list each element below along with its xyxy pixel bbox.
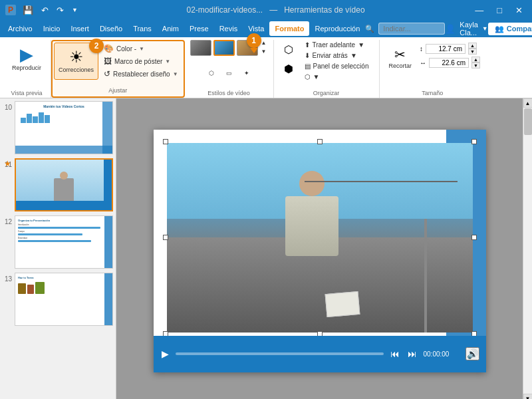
organizar-cols: ⬡ ⬢ ⬆ Traer adelante ▼ ⬇ Enviar atrás ▼ bbox=[279, 40, 374, 82]
right-scrollbar: ▲ ▼ bbox=[523, 98, 532, 399]
recortar-button[interactable]: ✂ Recortar bbox=[385, 40, 416, 77]
slide-thumbnail-13[interactable]: Haz tu Tarea bbox=[15, 273, 113, 326]
video-style-1[interactable] bbox=[190, 40, 211, 56]
chevron-up-icon: ▲ bbox=[261, 40, 267, 46]
menu-archivo[interactable]: Archivo bbox=[3, 21, 38, 36]
height-icon: ↕ bbox=[420, 45, 423, 53]
height-increment[interactable]: ▲ bbox=[468, 43, 477, 49]
play-button[interactable]: ▶ Reproducir bbox=[8, 40, 45, 77]
slide-thumbnail-12[interactable]: Organiza tu Presentación Introducción Cu… bbox=[15, 215, 113, 269]
slide-num-11: 11 ★ bbox=[3, 158, 12, 168]
scroll-track[interactable] bbox=[523, 108, 533, 394]
menu-inicio[interactable]: Inicio bbox=[38, 21, 66, 36]
video-border-button[interactable]: ▭ bbox=[222, 68, 236, 78]
scroll-down-button[interactable]: ▼ bbox=[523, 394, 533, 399]
width-field: ↔ ▲ ▼ bbox=[420, 57, 480, 68]
save-button[interactable]: 💾 bbox=[20, 4, 36, 17]
video-controls: ▶ ⏮ ⏭ 00:00:00 🔊 bbox=[160, 347, 479, 360]
width-increment[interactable]: ▲ bbox=[471, 57, 480, 63]
scroll-up-button[interactable]: ▲ bbox=[523, 98, 533, 108]
traer-dropdown: ▼ bbox=[358, 41, 364, 49]
height-decrement[interactable]: ▼ bbox=[468, 49, 477, 55]
undo-button[interactable]: ↶ bbox=[39, 4, 51, 17]
slide-12-content: Organiza tu Presentación Introducción Cu… bbox=[15, 216, 112, 246]
traer-adelante-button[interactable]: ⬆ Traer adelante ▼ bbox=[301, 40, 374, 50]
enviar-atras-button[interactable]: ⬇ Enviar atrás ▼ bbox=[301, 51, 374, 61]
slide-thumb-12: 12 Organiza tu Presentación Introducción… bbox=[3, 215, 113, 269]
menu-formato[interactable]: Formato bbox=[269, 21, 309, 36]
slide-thumb-11: 11 ★ bbox=[3, 158, 113, 211]
video-progress-bar[interactable] bbox=[176, 352, 384, 355]
video-shape-button[interactable]: ⬡ bbox=[205, 68, 218, 78]
ajustar-group-label: Ajustar bbox=[54, 86, 182, 95]
restablecer-icon: ↺ bbox=[104, 69, 110, 78]
user-area: 👤 Kayla Cla... ▼ bbox=[445, 21, 487, 37]
menu-trans[interactable]: Trans bbox=[128, 21, 157, 36]
document-title: 02-modificar-videos... — Herramientas de… bbox=[186, 5, 364, 15]
height-input[interactable] bbox=[426, 44, 466, 54]
menu-prese[interactable]: Prese bbox=[184, 21, 214, 36]
slide-12-bar3 bbox=[18, 240, 91, 242]
video-prev-button[interactable]: ⏮ bbox=[389, 347, 401, 360]
video-effect-buttons: ⬡ ▭ ✦ bbox=[190, 68, 268, 78]
menu-insert[interactable]: Insert bbox=[65, 21, 94, 36]
app-icon: P bbox=[5, 5, 16, 15]
width-input[interactable] bbox=[429, 58, 469, 68]
color-button[interactable]: 🎨 Color - ▼ bbox=[100, 43, 182, 55]
slide-10-bottom bbox=[15, 146, 112, 154]
qat-dropdown[interactable]: ▼ bbox=[69, 5, 80, 15]
panel-label: Panel de selección bbox=[313, 63, 369, 70]
share-icon: 👥 bbox=[495, 25, 504, 33]
width-decrement[interactable]: ▼ bbox=[471, 63, 480, 68]
menu-anim[interactable]: Anim bbox=[157, 21, 184, 36]
preview-group-label: Vista previa bbox=[8, 88, 45, 98]
menu-revis[interactable]: Revis bbox=[214, 21, 243, 36]
video-volume-button[interactable]: 🔊 bbox=[466, 347, 479, 360]
align-right-button[interactable]: ⬢ bbox=[279, 59, 298, 78]
slide-thumb-13: 13 Haz tu Tarea bbox=[3, 273, 113, 326]
video-frame[interactable] bbox=[167, 143, 473, 332]
minimize-button[interactable]: — bbox=[471, 4, 487, 17]
share-button[interactable]: 👥 Compartir bbox=[488, 23, 532, 35]
user-dropdown-icon: ▼ bbox=[482, 25, 488, 32]
video-pole bbox=[424, 219, 427, 332]
color-icon: 🎨 bbox=[104, 44, 114, 53]
correcciones-label: Correcciones bbox=[59, 66, 94, 74]
user-name: Kayla Cla... bbox=[460, 21, 478, 37]
book-3 bbox=[35, 282, 45, 294]
slide-11-bottom-accent bbox=[16, 201, 112, 210]
slide-13-title: Haz tu Tarea bbox=[18, 276, 110, 279]
menu-reproduccion[interactable]: Reproducción bbox=[309, 21, 365, 36]
slide-thumbnail-10[interactable]: Mantén tus Vídeos Cortos bbox=[15, 101, 113, 154]
maximize-button[interactable]: □ bbox=[493, 4, 506, 17]
align-left-button[interactable]: ⬡ bbox=[279, 40, 298, 59]
panel-seleccion-button[interactable]: ▤ Panel de selección bbox=[301, 61, 374, 71]
slide-11-head bbox=[60, 172, 68, 180]
slide-12-line1: Introducción bbox=[18, 223, 110, 226]
main-area: 10 Mantén tus Vídeos Cortos bbox=[0, 98, 532, 399]
organizar-more-button[interactable]: ⬡ ▼ bbox=[301, 72, 374, 82]
correcciones-wrapper: ☀ Correcciones 2 bbox=[54, 43, 98, 80]
ajustar-small-buttons: 🎨 Color - ▼ 🖼 Marco de póster ▼ ↺ Restab… bbox=[100, 43, 182, 80]
video-effects-button[interactable]: ✦ bbox=[240, 68, 253, 78]
tamano-inner: ✂ Recortar ↕ ▲ ▼ ↔ bbox=[385, 40, 480, 88]
slide-12-lines: Introducción Cuerpo Desenlace bbox=[18, 223, 110, 242]
organizar-more-icon: ⬡ bbox=[305, 73, 311, 80]
marco-label: Marco de póster bbox=[114, 58, 162, 65]
video-style-2[interactable] bbox=[213, 40, 235, 56]
video-head bbox=[299, 171, 325, 196]
badge-2: 2 bbox=[89, 39, 104, 53]
menu-diseno[interactable]: Diseño bbox=[94, 21, 128, 36]
video-next-button[interactable]: ⏭ bbox=[406, 347, 418, 360]
marco-poster-button[interactable]: 🖼 Marco de póster ▼ bbox=[100, 55, 182, 67]
bar-4 bbox=[39, 112, 44, 123]
scroll-thumb[interactable] bbox=[524, 108, 532, 135]
redo-button[interactable]: ↷ bbox=[54, 4, 66, 17]
restablecer-button[interactable]: ↺ Restablecer diseño ▼ bbox=[100, 68, 182, 80]
slide-thumbnail-11[interactable] bbox=[15, 158, 113, 211]
slide-10-bar bbox=[18, 110, 110, 123]
search-input[interactable] bbox=[378, 23, 445, 35]
badge-1: 1 bbox=[247, 33, 261, 48]
close-button[interactable]: ✕ bbox=[511, 4, 527, 17]
video-play-button[interactable]: ▶ bbox=[160, 347, 170, 360]
